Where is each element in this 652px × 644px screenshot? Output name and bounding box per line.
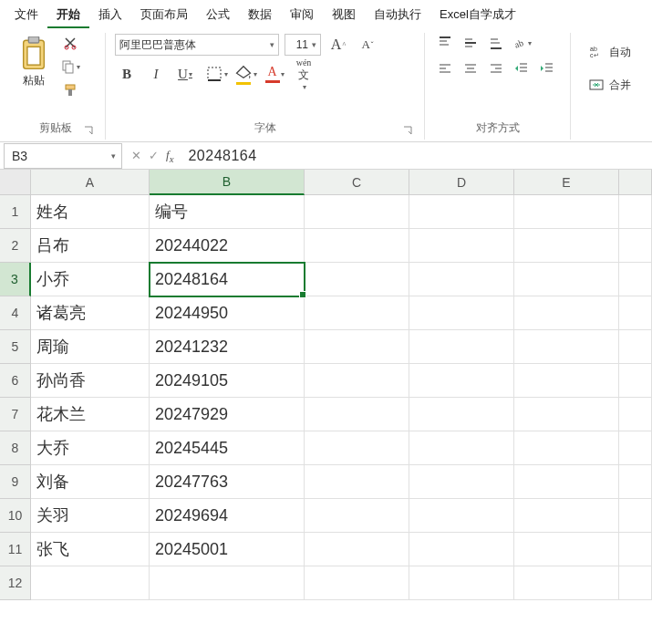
cell-D1[interactable] (409, 195, 514, 229)
cell-A5[interactable]: 周瑜 (31, 330, 150, 364)
cell-B4[interactable]: 20244950 (150, 296, 305, 330)
cell-E4[interactable] (514, 296, 619, 330)
cell-A1[interactable]: 姓名 (31, 195, 150, 229)
cell-A6[interactable]: 孙尚香 (31, 364, 150, 398)
paste-button[interactable]: 粘贴 (15, 33, 53, 88)
cell-C5[interactable] (305, 330, 409, 364)
cell-B10[interactable]: 20249694 (150, 499, 305, 533)
merge-cells-button[interactable]: 合并 (584, 69, 636, 100)
cancel-formula-icon[interactable]: ✕ (131, 149, 141, 162)
cell-extra-10[interactable] (619, 499, 652, 533)
cell-D8[interactable] (409, 431, 514, 465)
cell-B1[interactable]: 编号 (150, 195, 305, 229)
fill-color-button[interactable]: ▾ (233, 62, 257, 86)
underline-button[interactable]: U▾ (173, 62, 197, 86)
row-header-4[interactable]: 4 (0, 296, 31, 330)
clipboard-launcher-icon[interactable] (83, 125, 94, 136)
cell-C7[interactable] (305, 398, 409, 431)
cell-extra-6[interactable] (619, 364, 652, 398)
select-all-corner[interactable] (0, 170, 31, 195)
cell-E7[interactable] (514, 398, 619, 431)
cell-B8[interactable]: 20245445 (150, 431, 305, 465)
cell-C1[interactable] (305, 195, 409, 229)
column-header-extra[interactable] (619, 170, 652, 195)
menu-tab-formula[interactable]: 公式 (197, 1, 239, 28)
name-box[interactable]: B3 ▾ (4, 143, 122, 169)
cell-D2[interactable] (409, 229, 514, 263)
decrease-indent-button[interactable] (511, 58, 533, 78)
cell-B9[interactable]: 20247763 (150, 465, 305, 499)
cell-C4[interactable] (305, 296, 409, 330)
column-header-B[interactable]: B (150, 170, 305, 195)
menu-tab-file[interactable]: 文件 (5, 1, 47, 28)
row-header-1[interactable]: 1 (0, 195, 31, 229)
align-right-button[interactable] (485, 58, 507, 78)
cell-C9[interactable] (305, 465, 409, 499)
cell-E1[interactable] (514, 195, 619, 229)
align-center-button[interactable] (460, 58, 481, 78)
cell-C8[interactable] (305, 431, 409, 465)
cell-B3[interactable]: 20248164 (150, 263, 305, 296)
cell-D4[interactable] (409, 296, 514, 330)
fx-icon[interactable]: fx (166, 148, 173, 164)
cell-E6[interactable] (514, 364, 619, 398)
menu-tab-auto[interactable]: 自动执行 (365, 1, 430, 28)
cell-A8[interactable]: 大乔 (31, 431, 150, 465)
formula-input[interactable]: 20248164 (179, 148, 652, 164)
cell-extra-11[interactable] (619, 533, 652, 566)
menu-tab-insert[interactable]: 插入 (89, 1, 131, 28)
cell-E12[interactable] (514, 566, 619, 600)
row-header-6[interactable]: 6 (0, 364, 31, 398)
cell-E11[interactable] (514, 533, 619, 566)
menu-tab-view[interactable]: 视图 (323, 1, 365, 28)
cell-extra-5[interactable] (619, 330, 652, 364)
menu-tab-home[interactable]: 开始 (47, 1, 89, 28)
cell-A12[interactable] (31, 566, 150, 600)
cell-C2[interactable] (305, 229, 409, 263)
column-header-C[interactable]: C (305, 170, 409, 195)
decrease-font-button[interactable]: Aˇ (356, 33, 379, 57)
cell-D10[interactable] (409, 499, 514, 533)
row-header-3[interactable]: 3 (0, 263, 31, 296)
cell-A10[interactable]: 关羽 (31, 499, 150, 533)
cell-extra-2[interactable] (619, 229, 652, 263)
column-header-A[interactable]: A (31, 170, 150, 195)
cut-button[interactable] (58, 33, 82, 53)
cell-E2[interactable] (514, 229, 619, 263)
cell-C11[interactable] (305, 533, 409, 566)
cell-E3[interactable] (514, 263, 619, 296)
cell-B12[interactable] (150, 566, 305, 600)
cell-extra-12[interactable] (619, 566, 652, 600)
cell-A3[interactable]: 小乔 (31, 263, 150, 296)
bold-button[interactable]: B (115, 62, 139, 86)
column-header-D[interactable]: D (409, 170, 514, 195)
row-header-10[interactable]: 10 (0, 499, 31, 533)
cell-extra-9[interactable] (619, 465, 652, 499)
row-header-9[interactable]: 9 (0, 465, 31, 499)
font-color-button[interactable]: A▾ (263, 62, 286, 86)
cell-C6[interactable] (305, 364, 409, 398)
cell-C3[interactable] (305, 263, 409, 296)
align-bottom-button[interactable] (485, 33, 507, 53)
cell-B6[interactable]: 20249105 (150, 364, 305, 398)
align-top-button[interactable] (434, 33, 456, 53)
cell-extra-8[interactable] (619, 431, 652, 465)
cell-extra-3[interactable] (619, 263, 652, 296)
italic-button[interactable]: I (144, 62, 168, 86)
font-launcher-icon[interactable] (402, 125, 413, 136)
menu-tab-review[interactable]: 审阅 (281, 1, 323, 28)
cell-B5[interactable]: 20241232 (150, 330, 305, 364)
wrap-text-button[interactable]: abc↵ 自动 (584, 36, 636, 68)
align-left-button[interactable] (434, 58, 456, 78)
format-painter-button[interactable] (58, 80, 82, 100)
cell-extra-4[interactable] (619, 296, 652, 330)
row-header-2[interactable]: 2 (0, 229, 31, 263)
cell-A11[interactable]: 张飞 (31, 533, 150, 566)
border-button[interactable]: ▾ (204, 62, 228, 86)
copy-button[interactable]: ▾ (58, 57, 82, 77)
row-header-12[interactable]: 12 (0, 566, 31, 600)
orientation-button[interactable]: ab▾ (511, 33, 533, 53)
cell-A2[interactable]: 吕布 (31, 229, 150, 263)
cell-E9[interactable] (514, 465, 619, 499)
cell-B7[interactable]: 20247929 (150, 398, 305, 431)
